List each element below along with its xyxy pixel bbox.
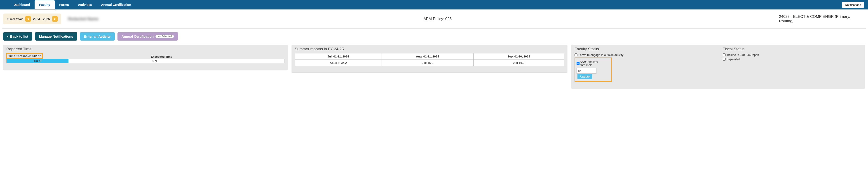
top-nav: Dashboard Faculty Forms Activities Annua… — [0, 0, 868, 9]
apm-policy: APM Policy: 025 — [423, 17, 772, 21]
summer-table: Jul. 01-31, 2024 Aug. 01-31, 2024 Sep. 0… — [295, 53, 564, 66]
fiscal-year-next-button[interactable]: > — [52, 16, 58, 22]
department: 24025 - ELECT & COMP ENGR (Primary, Rout… — [779, 14, 865, 24]
summer-header: Jul. 01-31, 2024 — [295, 53, 381, 60]
action-buttons: < Back to list Manage Notifications Ente… — [0, 32, 868, 45]
fiscal-year-label: Fiscal Year: — [7, 17, 23, 21]
leave-checkbox-row[interactable]: Leave to engage in outside activity — [575, 53, 713, 57]
tab-faculty[interactable]: Faculty — [35, 0, 55, 9]
exceeded-time-value: 0 hr — [151, 59, 284, 63]
include-report-row[interactable]: Include in 240-246 report — [723, 53, 862, 57]
manage-notifications-button[interactable]: Manage Notifications — [35, 32, 77, 41]
tab-forms[interactable]: Forms — [55, 0, 73, 9]
include-report-checkbox[interactable] — [723, 53, 726, 57]
tab-activities[interactable]: Activities — [73, 0, 96, 9]
summer-value: 0 of 16.0 — [473, 60, 564, 66]
time-bar-track: 134 hr — [6, 59, 151, 63]
exceeded-time-label: Exceeded Time — [151, 55, 284, 59]
override-checkbox[interactable] — [577, 62, 580, 65]
override-checkbox-row[interactable]: Override time threshold — [577, 60, 610, 67]
summer-header: Aug. 01-31, 2024 — [381, 53, 473, 60]
time-bar-fill: 134 hr — [6, 59, 68, 63]
summer-header: Sep. 01-20, 2024 — [473, 53, 564, 60]
reported-time-panel: Reported Time Time Threshold: 312 hr 134… — [3, 45, 288, 70]
fiscal-year-prev-button[interactable]: < — [25, 16, 31, 22]
summer-value: 0 of 16.0 — [381, 60, 473, 66]
annual-certification-badge: Not Submitted — [155, 35, 174, 38]
tab-dashboard[interactable]: Dashboard — [9, 0, 35, 9]
back-to-list-button[interactable]: < Back to list — [3, 32, 32, 41]
enter-activity-button[interactable]: Enter an Activity — [80, 32, 115, 41]
annual-certification-button[interactable]: Annual Certification Not Submitted — [118, 32, 178, 41]
separated-checkbox[interactable] — [723, 58, 726, 61]
override-highlight: Override time threshold Update — [575, 58, 612, 82]
leave-checkbox[interactable] — [575, 53, 578, 57]
summer-value: 53.25 of 35.2 — [295, 60, 381, 66]
panels-row: Reported Time Time Threshold: 312 hr 134… — [0, 45, 868, 91]
faculty-name: Redacted Name — [68, 17, 417, 22]
divider — [2, 28, 866, 29]
faculty-status-col: Faculty Status Leave to engage in outsid… — [575, 47, 713, 82]
override-hours-input[interactable] — [577, 68, 596, 74]
faculty-status-title: Faculty Status — [575, 47, 713, 51]
fiscal-status-title: Fiscal Status — [723, 47, 862, 51]
time-threshold-highlight: Time Threshold: 312 hr — [6, 53, 43, 59]
notifications-button[interactable]: Notifications — [842, 2, 864, 8]
fiscal-year-value: 2024 - 2025 — [33, 17, 50, 21]
summer-months-panel: Summer months in FY 24-25 Jul. 01-31, 20… — [292, 45, 567, 72]
separated-row[interactable]: Separated — [723, 58, 862, 61]
reported-time-title: Reported Time — [6, 47, 284, 51]
status-panel: Faculty Status Leave to engage in outsid… — [571, 45, 865, 88]
summary-bar: Fiscal Year: < 2024 - 2025 > Redacted Na… — [0, 9, 868, 28]
fiscal-year-selector: Fiscal Year: < 2024 - 2025 > — [3, 13, 61, 24]
tab-annual-certification[interactable]: Annual Certification — [96, 0, 135, 9]
override-update-button[interactable]: Update — [578, 74, 592, 79]
fiscal-status-col: Fiscal Status Include in 240-246 report … — [723, 47, 862, 82]
summer-months-title: Summer months in FY 24-25 — [295, 47, 564, 51]
